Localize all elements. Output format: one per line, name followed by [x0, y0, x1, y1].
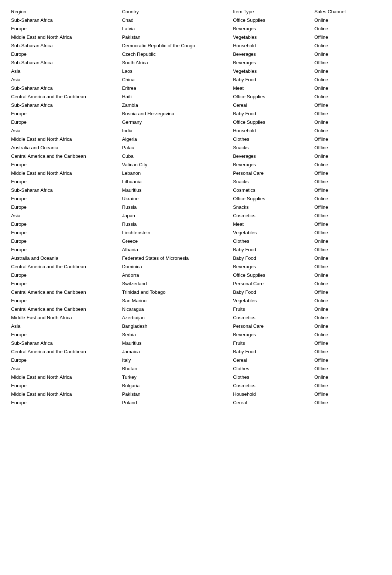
table-cell: Europe — [11, 160, 122, 169]
table-cell: Sub-Saharan Africa — [11, 16, 122, 24]
table-cell: Office Supplies — [233, 16, 314, 24]
table-cell: Albania — [122, 245, 233, 254]
table-cell: Dominica — [122, 262, 233, 271]
table-cell: Lebanon — [122, 169, 233, 177]
table-row: EuropeGreeceClothesOnline — [11, 237, 381, 245]
table-cell: Palau — [122, 143, 233, 152]
table-cell: Vatican City — [122, 160, 233, 169]
table-cell: Europe — [11, 279, 122, 288]
table-cell: Fruits — [233, 305, 314, 313]
table-cell: Cosmetics — [233, 313, 314, 322]
table-row: EuropeLiechtensteinVegetablesOffline — [11, 228, 381, 237]
table-cell: Online — [314, 67, 381, 75]
table-row: Australia and OceaniaPalauSnacksOffline — [11, 143, 381, 152]
table-cell: Japan — [122, 211, 233, 220]
table-row: Sub-Saharan AfricaMauritiusCosmeticsOffl… — [11, 186, 381, 194]
table-cell: Baby Food — [233, 288, 314, 296]
table-row: EuropeBosnia and HerzegovinaBaby FoodOff… — [11, 109, 381, 118]
table-cell: Europe — [11, 50, 122, 58]
table-cell: Central America and the Caribbean — [11, 288, 122, 296]
table-row: EuropeVatican CityBeveragesOnline — [11, 160, 381, 169]
table-cell: Europe — [11, 220, 122, 228]
table-cell: Sub-Saharan Africa — [11, 84, 122, 92]
table-cell: Bangladesh — [122, 322, 233, 330]
table-cell: Zambia — [122, 101, 233, 109]
table-cell: Sub-Saharan Africa — [11, 186, 122, 194]
table-cell: Central America and the Caribbean — [11, 305, 122, 313]
table-cell: Europe — [11, 109, 122, 118]
table-row: Australia and OceaniaFederated States of… — [11, 254, 381, 262]
table-cell: Europe — [11, 24, 122, 33]
table-cell: Pakistan — [122, 33, 233, 41]
table-row: Middle East and North AfricaTurkeyClothe… — [11, 373, 381, 381]
table-cell: Office Supplies — [233, 118, 314, 126]
table-cell: Asia — [11, 211, 122, 220]
table-cell: Offline — [314, 33, 381, 41]
table-cell: Household — [233, 390, 314, 398]
table-cell: Offline — [314, 220, 381, 228]
table-cell: Office Supplies — [233, 194, 314, 203]
table-row: EuropeBulgariaCosmeticsOffline — [11, 381, 381, 390]
table-row: EuropeLatviaBeveragesOnline — [11, 24, 381, 33]
table-cell: Vegetables — [233, 228, 314, 237]
table-cell: Beverages — [233, 160, 314, 169]
table-cell: Germany — [122, 118, 233, 126]
table-row: EuropeSerbiaBeveragesOnline — [11, 330, 381, 339]
table-cell: Online — [314, 279, 381, 288]
table-cell: Asia — [11, 67, 122, 75]
table-row: AsiaLaosVegetablesOnline — [11, 67, 381, 75]
table-cell: Europe — [11, 228, 122, 237]
table-cell: Online — [314, 305, 381, 313]
table-cell: Online — [314, 152, 381, 160]
table-cell: Asia — [11, 126, 122, 135]
table-row: Middle East and North AfricaPakistanVege… — [11, 33, 381, 41]
table-cell: Central America and the Caribbean — [11, 152, 122, 160]
table-cell: Online — [314, 237, 381, 245]
table-cell: Clothes — [233, 364, 314, 373]
table-cell: Middle East and North Africa — [11, 33, 122, 41]
table-cell: Baby Food — [233, 109, 314, 118]
table-cell: Personal Care — [233, 322, 314, 330]
table-row: EuropeLithuaniaSnacksOffline — [11, 177, 381, 186]
table-cell: Andorra — [122, 271, 233, 279]
table-cell: Lithuania — [122, 177, 233, 186]
table-cell: Online — [314, 126, 381, 135]
table-cell: Offline — [314, 390, 381, 398]
table-row: Central America and the CaribbeanHaitiOf… — [11, 92, 381, 101]
table-cell: Europe — [11, 271, 122, 279]
table-cell: Online — [314, 330, 381, 339]
data-table: RegionCountryItem TypeSales Channel Sub-… — [11, 7, 381, 407]
table-cell: Online — [314, 84, 381, 92]
table-cell: Personal Care — [233, 169, 314, 177]
table-cell: Haiti — [122, 92, 233, 101]
table-cell: Australia and Oceania — [11, 254, 122, 262]
table-cell: Asia — [11, 322, 122, 330]
table-cell: Online — [314, 373, 381, 381]
table-cell: Laos — [122, 67, 233, 75]
table-cell: China — [122, 75, 233, 84]
table-cell: Asia — [11, 75, 122, 84]
table-cell: Italy — [122, 356, 233, 364]
table-cell: Europe — [11, 177, 122, 186]
table-cell: Europe — [11, 296, 122, 305]
table-row: Middle East and North AfricaAlgeriaCloth… — [11, 135, 381, 143]
column-header-sales-channel: Sales Channel — [314, 7, 381, 16]
table-cell: Offline — [314, 347, 381, 356]
table-row: Central America and the CaribbeanTrinida… — [11, 288, 381, 296]
table-cell: Personal Care — [233, 279, 314, 288]
table-row: Central America and the CaribbeanDominic… — [11, 262, 381, 271]
table-cell: South Africa — [122, 58, 233, 67]
table-cell: Bosnia and Herzegovina — [122, 109, 233, 118]
table-cell: Middle East and North Africa — [11, 390, 122, 398]
table-cell: India — [122, 126, 233, 135]
table-row: Sub-Saharan AfricaEritreaMeatOnline — [11, 84, 381, 92]
table-cell: Asia — [11, 364, 122, 373]
table-cell: Baby Food — [233, 245, 314, 254]
table-cell: Online — [314, 194, 381, 203]
table-cell: Mauritius — [122, 339, 233, 347]
table-cell: Cosmetics — [233, 186, 314, 194]
table-cell: Online — [314, 271, 381, 279]
table-cell: Beverages — [233, 24, 314, 33]
column-header-item-type: Item Type — [233, 7, 314, 16]
table-cell: Latvia — [122, 24, 233, 33]
